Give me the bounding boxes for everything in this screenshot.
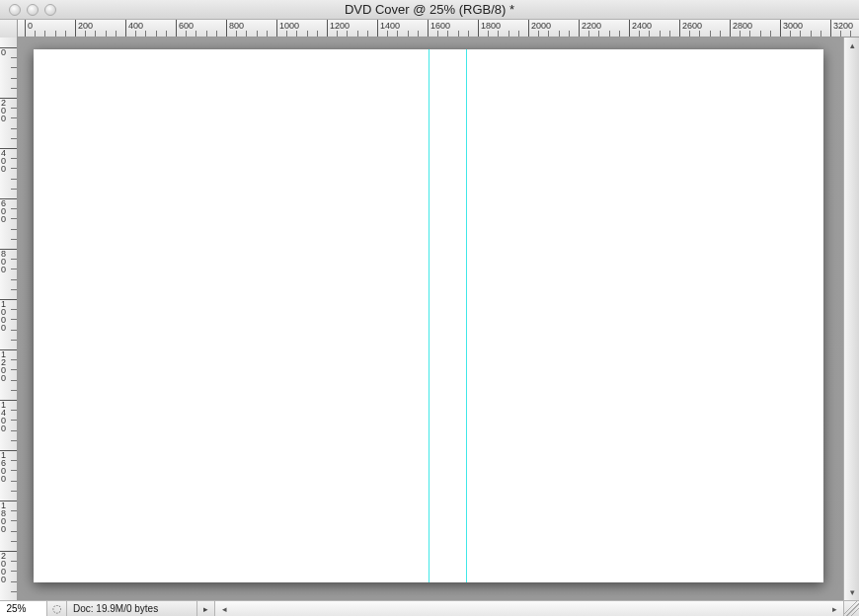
horizontal-scrollbar[interactable]: ◂ ▸	[215, 601, 843, 616]
ruler-tick-label: 1200	[1, 350, 11, 382]
zoom-input[interactable]	[3, 603, 44, 614]
ruler-tick-label: 600	[1, 199, 11, 223]
scroll-down-icon[interactable]: ▾	[846, 586, 858, 598]
ruler-tick-label: 2400	[632, 21, 652, 31]
ruler-tick-label: 1200	[330, 21, 350, 31]
document-title: DVD Cover @ 25% (RGB/8) *	[0, 2, 859, 17]
scroll-right-icon[interactable]: ▸	[827, 602, 841, 616]
scroll-up-icon[interactable]: ▴	[846, 39, 858, 51]
zoom-field[interactable]	[0, 601, 47, 616]
document-info-text: Doc: 19.9M/0 bytes	[73, 603, 158, 614]
ruler-tick-label: 0	[1, 48, 11, 56]
document-info[interactable]: Doc: 19.9M/0 bytes	[67, 601, 197, 616]
document-area: 0200400600800100012001400160018002000 ▴ …	[0, 38, 859, 600]
horizontal-ruler[interactable]: 0200400600800100012001400160018002000220…	[18, 20, 859, 37]
ruler-tick-label: 3200	[833, 21, 853, 31]
ruler-tick-label: 1600	[430, 21, 450, 31]
window-controls	[9, 4, 56, 16]
ruler-origin-box[interactable]	[0, 20, 18, 38]
ruler-tick-label: 2000	[531, 21, 551, 31]
ruler-tick-label: 3000	[783, 21, 803, 31]
vertical-scrollbar[interactable]: ▴ ▾	[843, 38, 859, 600]
ruler-tick-label: 200	[78, 21, 93, 31]
ruler-tick-label: 1400	[1, 401, 11, 432]
info-flyout-icon[interactable]: ▸	[197, 601, 215, 616]
canvas-workspace[interactable]	[18, 38, 843, 600]
ruler-tick-label: 600	[179, 21, 194, 31]
guide-line[interactable]	[466, 49, 467, 582]
ruler-tick-label: 400	[128, 21, 143, 31]
vertical-ruler[interactable]: 0200400600800100012001400160018002000	[0, 38, 18, 600]
ruler-tick-label: 1000	[279, 21, 299, 31]
ruler-tick-label: 2600	[682, 21, 702, 31]
resize-grip-icon[interactable]	[843, 601, 859, 616]
scroll-left-icon[interactable]: ◂	[217, 602, 231, 616]
guide-line[interactable]	[429, 49, 430, 582]
statusbar: ◌ Doc: 19.9M/0 bytes ▸ ◂ ▸	[0, 600, 859, 616]
ruler-tick-label: 1800	[1, 501, 11, 533]
ruler-tick-label: 800	[1, 250, 11, 273]
ruler-tick-label: 1400	[380, 21, 400, 31]
ruler-tick-label: 1600	[1, 451, 11, 483]
ruler-tick-label: 2200	[582, 21, 601, 31]
ruler-tick-label: 2000	[1, 552, 11, 583]
close-icon[interactable]	[9, 4, 21, 16]
titlebar: DVD Cover @ 25% (RGB/8) *	[0, 0, 859, 20]
ruler-tick-label: 200	[1, 99, 11, 122]
ruler-top-row: 0200400600800100012001400160018002000220…	[0, 20, 859, 38]
ruler-tick-label: 800	[229, 21, 244, 31]
ruler-tick-label: 2800	[733, 21, 752, 31]
minimize-icon[interactable]	[27, 4, 39, 16]
ruler-tick-label: 1800	[481, 21, 501, 31]
ruler-tick-label: 0	[28, 21, 33, 31]
zoom-icon[interactable]	[44, 4, 56, 16]
document-proxy-icon[interactable]: ◌	[47, 601, 67, 616]
ruler-tick-label: 1000	[1, 300, 11, 332]
ruler-tick-label: 400	[1, 149, 11, 173]
